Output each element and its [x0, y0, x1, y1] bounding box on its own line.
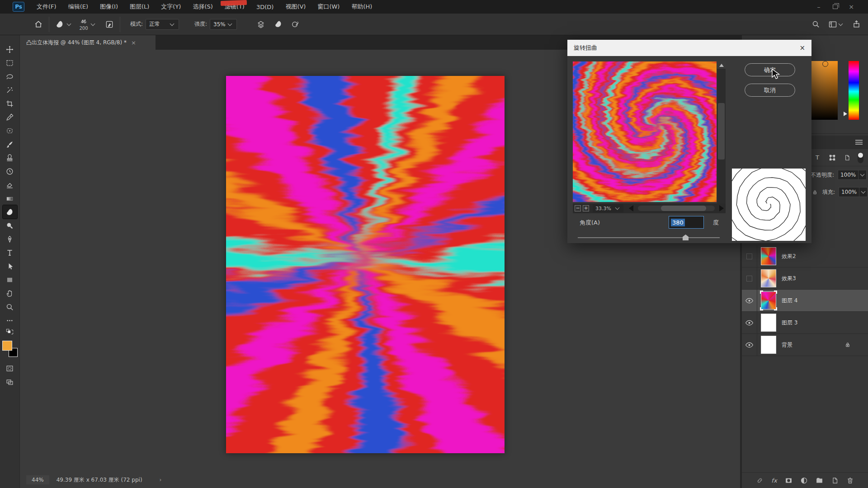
slider-thumb[interactable]: [683, 235, 689, 240]
filter-smart-object-button[interactable]: [843, 153, 852, 162]
pan-right-icon[interactable]: [719, 205, 724, 211]
pan-left-icon[interactable]: [629, 205, 633, 211]
edit-toolbar-button[interactable]: [3, 314, 17, 327]
menu-view[interactable]: 视图(V): [279, 0, 311, 14]
scrollbar-thumb[interactable]: [718, 103, 725, 160]
fill-value[interactable]: 100%: [839, 187, 859, 197]
menu-image[interactable]: 图像(I): [94, 0, 124, 14]
menu-filter[interactable]: 滤镜(T): [219, 0, 250, 14]
smudge-tool[interactable]: [3, 205, 17, 219]
eyedropper-tool[interactable]: [3, 110, 17, 124]
zoom-in-button[interactable]: +: [583, 205, 589, 211]
restore-button[interactable]: [830, 3, 840, 10]
menu-select[interactable]: 选择(S): [187, 0, 218, 14]
swap-colors-button[interactable]: [3, 327, 17, 337]
eraser-tool[interactable]: [3, 178, 17, 192]
layer-row-background[interactable]: 背景: [742, 334, 868, 356]
panel-menu-icon[interactable]: [855, 140, 863, 145]
new-layer-icon[interactable]: [831, 477, 839, 484]
visibility-toggle[interactable]: [742, 312, 757, 334]
sample-all-layers-button[interactable]: [255, 19, 267, 30]
brush-preset-picker[interactable]: 200: [79, 18, 89, 30]
brush-tool[interactable]: [3, 137, 17, 151]
mode-select[interactable]: 正常: [146, 19, 179, 30]
color-picker-ring[interactable]: [822, 61, 828, 67]
quick-mask-button[interactable]: [3, 361, 17, 375]
hand-tool[interactable]: [3, 286, 17, 300]
layer-mask-icon[interactable]: [785, 477, 793, 484]
strength-select[interactable]: 35%: [210, 19, 237, 30]
close-tab-icon[interactable]: ×: [131, 39, 136, 46]
angle-slider[interactable]: [578, 235, 720, 241]
fill-dropdown[interactable]: [859, 187, 868, 197]
share-icon[interactable]: [852, 20, 861, 28]
new-group-icon[interactable]: [816, 477, 823, 484]
layer-style-icon[interactable]: fx: [771, 477, 777, 484]
shape-tool[interactable]: [3, 273, 17, 286]
move-tool[interactable]: [3, 42, 17, 56]
layer-row[interactable]: 图层 3: [742, 312, 868, 334]
menu-file[interactable]: 文件(F): [31, 0, 62, 14]
opacity-value[interactable]: 100%: [838, 170, 859, 180]
tool-preset-button[interactable]: [54, 19, 66, 30]
visibility-toggle[interactable]: [742, 290, 757, 312]
gradient-tool[interactable]: [3, 192, 17, 205]
preview-pan-track[interactable]: [638, 206, 715, 211]
layer-thumbnail[interactable]: [761, 314, 776, 332]
link-layers-icon[interactable]: [756, 477, 764, 484]
menu-window[interactable]: 窗口(W): [311, 0, 345, 14]
scroll-up-button[interactable]: [717, 61, 726, 69]
menu-help[interactable]: 帮助(H): [345, 0, 378, 14]
zoom-out-button[interactable]: −: [575, 205, 581, 211]
cancel-button[interactable]: 取消: [745, 84, 795, 97]
filter-preview[interactable]: [573, 61, 717, 202]
marquee-tool[interactable]: [3, 56, 17, 70]
dialog-header[interactable]: 旋转扭曲 ×: [567, 40, 811, 56]
pressure-controls-button[interactable]: [289, 19, 301, 30]
home-button[interactable]: [33, 19, 44, 30]
layer-row[interactable]: 效果2: [742, 245, 868, 267]
clone-stamp-tool[interactable]: [3, 151, 17, 164]
preview-scrollbar[interactable]: [717, 61, 726, 212]
type-tool[interactable]: [3, 246, 17, 259]
opacity-dropdown[interactable]: [859, 170, 867, 180]
angle-input[interactable]: 380: [669, 216, 704, 229]
delete-layer-icon[interactable]: [846, 477, 854, 484]
healing-brush-tool[interactable]: [3, 124, 17, 137]
foreground-color-swatch[interactable]: [2, 341, 12, 351]
crop-tool[interactable]: [3, 97, 17, 110]
close-window-button[interactable]: ×: [846, 3, 856, 10]
menu-type[interactable]: 文字(Y): [155, 0, 187, 14]
chevron-down-icon[interactable]: [67, 21, 71, 26]
lock-icon[interactable]: [812, 189, 818, 196]
screen-mode-button[interactable]: [3, 375, 17, 389]
menu-3d[interactable]: 3D(D): [250, 0, 279, 14]
finger-painting-button[interactable]: [272, 19, 284, 30]
hue-slider[interactable]: [849, 61, 859, 120]
layer-row-selected[interactable]: 图层 4: [742, 290, 868, 312]
status-options-chevron[interactable]: ›: [160, 477, 162, 483]
layer-thumbnail[interactable]: [761, 336, 776, 354]
preview-pan-thumb[interactable]: [661, 206, 706, 211]
layer-thumbnail[interactable]: [761, 291, 776, 310]
workspace-switcher[interactable]: [828, 20, 844, 29]
layer-row[interactable]: 效果3: [742, 267, 868, 290]
menu-edit[interactable]: 编辑(E): [62, 0, 94, 14]
visibility-toggle[interactable]: [742, 245, 757, 267]
chevron-down-icon[interactable]: [91, 21, 95, 26]
history-brush-tool[interactable]: [3, 164, 17, 178]
zoom-tool[interactable]: [3, 300, 17, 314]
minimize-button[interactable]: –: [814, 3, 824, 10]
search-icon[interactable]: [811, 20, 820, 28]
dodge-tool[interactable]: [3, 219, 17, 232]
lasso-tool[interactable]: [3, 70, 17, 83]
layer-thumbnail[interactable]: [761, 247, 776, 265]
ok-button[interactable]: 确定: [745, 63, 795, 76]
document-canvas[interactable]: [226, 76, 505, 453]
adjustment-layer-icon[interactable]: [800, 477, 808, 484]
path-selection-tool[interactable]: [3, 259, 17, 273]
menu-layer[interactable]: 图层(L): [124, 0, 155, 14]
toggle-brush-settings-button[interactable]: [104, 19, 115, 30]
filter-toggle-switch[interactable]: [858, 152, 863, 163]
pen-tool[interactable]: [3, 232, 17, 246]
